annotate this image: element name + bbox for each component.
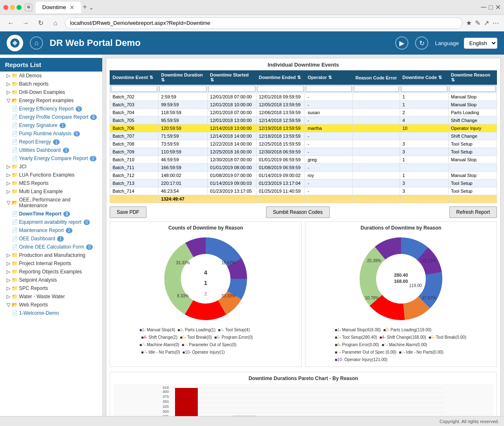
table-cell: 12/22/2018 14:00:00 <box>207 140 256 148</box>
browser-tab[interactable]: Downtime ✕ <box>36 2 81 13</box>
sidebar-item-spc[interactable]: ▷ 📁 SPC Reports <box>0 284 102 292</box>
app-header: ⌂ DR Web Portal Demo ▶ ↻ Language Englis… <box>0 31 504 55</box>
sidebar-link[interactable]: Equipment availability report <box>19 219 82 225</box>
table-cell: 12/14/2018 13:00:00 <box>207 124 256 132</box>
table-total-cell: 1324:49:47 <box>158 195 207 203</box>
window-close-btn[interactable]: ✕ <box>495 3 501 12</box>
sidebar-link[interactable]: Energy Efficiency Report <box>19 106 74 112</box>
sidebar-link-active[interactable]: DownTime Report <box>19 211 61 217</box>
sidebar-link[interactable]: Energy Profile Compare Report <box>19 114 88 120</box>
sidebar-item-oee-dashboard[interactable]: 📄 OEE Dashboard 1 <box>0 235 102 243</box>
sidebar-item-web-reports[interactable]: ▽ 📂 Web Reports <box>0 301 102 309</box>
save-pdf-btn[interactable]: Save PDF <box>110 206 146 218</box>
sidebar-item-yearly-energy[interactable]: 📄 Yearly Energy Compare Report 2 <box>0 154 102 163</box>
table-cell: 148:00:02 <box>158 172 207 179</box>
profile-btn[interactable]: ✎ <box>475 19 480 27</box>
sidebar-item-energy-signature[interactable]: 📄 Energy Signature 1 <box>0 121 102 129</box>
svg-text:119.00: 119.00 <box>409 283 422 288</box>
sidebar-item-project[interactable]: ▷ 📁 Project Internal Reports <box>0 259 102 268</box>
back-btn[interactable]: ← <box>5 17 17 29</box>
filter-ended[interactable] <box>256 85 305 93</box>
filter-operator[interactable] <box>305 85 353 93</box>
table-cell: 3 <box>400 148 448 156</box>
refresh-app-btn[interactable]: ↻ <box>415 36 428 50</box>
badge: 1 <box>57 236 64 242</box>
tab-close-btn[interactable]: ✕ <box>70 4 74 11</box>
file-icon: 📄 <box>12 122 18 128</box>
submit-reason-btn[interactable]: Sumbit Reason Codes <box>266 206 330 218</box>
sidebar-item-utilities-dashboard[interactable]: 📄 Utilities Dashboard 3 <box>0 146 102 154</box>
filter-started[interactable] <box>207 85 256 93</box>
donut-chart1-title: Counts of Downtime by Reason <box>113 225 298 231</box>
button-row: Save PDF Sumbit Reason Codes Refresh Rep… <box>110 206 497 218</box>
sidebar-item-all-demos[interactable]: ▷ 📁 All Demos <box>0 72 102 80</box>
sidebar-item-energy-efficiency[interactable]: 📄 Energy Efficiency Report 5 <box>0 105 102 113</box>
sidebar-link[interactable]: Yearly Energy Compare Report <box>19 156 88 161</box>
forward-btn[interactable]: → <box>20 17 31 29</box>
sidebar-item-maintenance[interactable]: 📄 Maintenance Report 2 <box>0 226 102 235</box>
play-btn[interactable]: ▶ <box>395 36 408 50</box>
table-cell: 12/06/2018 13:59:59 <box>256 109 305 117</box>
sidebar-item-pump-runtime[interactable]: 📄 Pump Runtime Analysis 5 <box>0 129 102 138</box>
sidebar-link[interactable]: Maintenance Report <box>19 227 64 233</box>
sidebar-item-energy-profile[interactable]: 📄 Energy Profile Compare Report 6 <box>0 113 102 121</box>
filter-duration[interactable] <box>158 85 207 93</box>
sidebar-item-lua[interactable]: ▷ 📁 LUA Functions Examples <box>0 171 102 179</box>
close-window-btn[interactable] <box>3 5 8 10</box>
sidebar-link[interactable]: Energy Signature <box>19 122 58 128</box>
home-btn[interactable]: ⌂ <box>50 17 61 29</box>
tab-menu-btn[interactable]: ⌄ <box>89 3 94 11</box>
home-app-btn[interactable]: ⌂ <box>30 36 43 50</box>
sidebar-item-setpoint[interactable]: ▷ 📁 Setpoint Analysis <box>0 276 102 284</box>
file-icon: 📄 <box>12 310 18 316</box>
sidebar-item-online-oee[interactable]: 📄 Online OEE Calculation Form 0 <box>0 243 102 251</box>
sidebar-link[interactable]: Utilities Dashboard <box>19 147 61 153</box>
table-cell: Batch_702 <box>110 93 158 101</box>
sidebar-link[interactable]: Pump Runtime Analysis <box>19 131 72 136</box>
address-bar[interactable] <box>65 17 463 29</box>
filter-event[interactable] <box>110 85 158 93</box>
sidebar-item-report-energy[interactable]: 📄 Report Energy 1 <box>0 138 102 146</box>
sidebar-link[interactable]: OEE Dashboard <box>19 236 55 242</box>
table-cell: 3 <box>400 187 448 195</box>
table-row: Batch_70595:59:5912/01/2018 13:00:0012/1… <box>110 117 497 124</box>
sidebar-item-energy-report-examples[interactable]: ▽ 📂 Energy Report examples <box>0 96 102 105</box>
table-row: Batch_70771:59:5912/14/2018 14:00:0012/1… <box>110 132 497 140</box>
filter-rce[interactable] <box>353 85 400 93</box>
table-cell <box>353 172 400 179</box>
filter-reason[interactable] <box>448 85 497 93</box>
svg-rect-68 <box>233 416 256 416</box>
maximize-btn[interactable]: □ <box>489 3 493 12</box>
app-controls: Language English <box>435 38 497 49</box>
filter-code[interactable] <box>400 85 448 93</box>
sidebar-item-downtime-report[interactable]: 📄 DownTime Report 3 <box>0 210 102 218</box>
more-btn[interactable]: ⋯ <box>492 19 499 27</box>
sidebar-item-batch-reports[interactable]: ▷ 📁 Batch reports <box>0 80 102 88</box>
new-tab-btn[interactable]: + <box>83 3 87 12</box>
share-btn[interactable]: ↗ <box>484 19 489 27</box>
sidebar-item-welcome-demo[interactable]: 📄 1-Welcome-Demo <box>0 309 102 317</box>
sidebar-item-reporting-objects[interactable]: ▷ 📁 Reporting Objects Examples <box>0 268 102 276</box>
minimize-btn[interactable]: ─ <box>481 3 487 12</box>
table-row: Batch_70399:59:5912/01/2018 10:00:0012/0… <box>110 101 497 109</box>
refresh-report-btn[interactable]: Refresh Report <box>449 206 497 218</box>
sidebar-item-equipment-availability[interactable]: 📄 Equipment availability report 0 <box>0 218 102 226</box>
sidebar-item-jci[interactable]: ▷ 📁 JCI <box>0 163 102 171</box>
sidebar-item-multilang[interactable]: ▷ 📁 Multi Lang Example <box>0 187 102 196</box>
minimize-window-btn[interactable] <box>10 5 15 10</box>
sidebar-item-water[interactable]: ▷ 📁 Water - Waste Water <box>0 292 102 301</box>
badge: 3 <box>63 211 70 217</box>
expand-icon: ▽ <box>7 98 10 103</box>
sidebar-link[interactable]: 1-Welcome-Demo <box>19 310 59 316</box>
reload-btn[interactable]: ↻ <box>35 17 46 29</box>
bar-chart-container: Downtime Durations Pareto Chart - By Rea… <box>110 372 497 416</box>
language-select[interactable]: English <box>464 38 497 49</box>
sidebar-item-oee[interactable]: ▽ 📂 OEE, Performance and Maintenance <box>0 196 102 210</box>
sidebar-item-production[interactable]: ▷ 📁 Production and Manufacturing <box>0 251 102 259</box>
maximize-window-btn[interactable] <box>17 5 22 10</box>
sidebar-item-mes[interactable]: ▷ 📁 MES Reports <box>0 179 102 187</box>
bookmark-btn[interactable]: ★ <box>466 19 472 27</box>
sidebar-link[interactable]: Report Energy <box>19 139 51 145</box>
sidebar-link[interactable]: Online OEE Calculation Form <box>19 244 84 250</box>
sidebar-item-drilldown[interactable]: ▷ 📁 Drill-Down Examples <box>0 88 102 96</box>
